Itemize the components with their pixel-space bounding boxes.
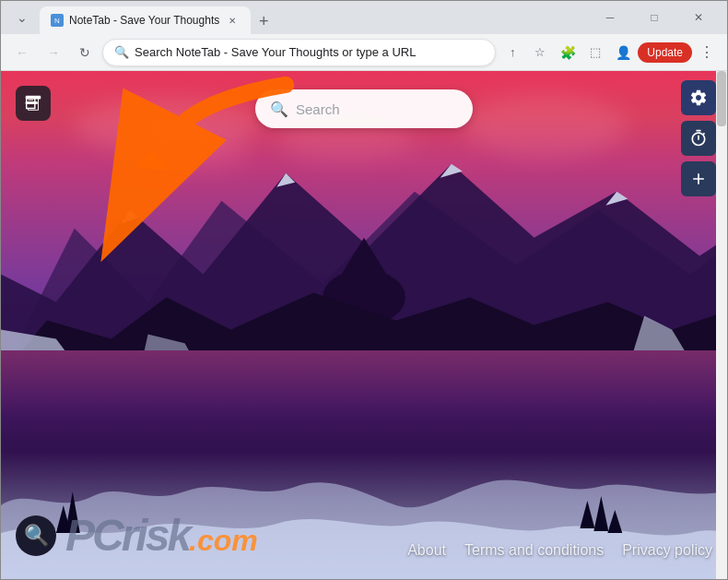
scrollbar[interactable] (716, 71, 727, 579)
refresh-button[interactable]: ↻ (71, 39, 99, 66)
tab-strip: N NoteTab - Save Your Thoughts ✕ + (40, 1, 585, 34)
new-tab-button[interactable]: + (251, 8, 276, 34)
tab-group-chevron[interactable]: ⌄ (8, 4, 36, 31)
share-button[interactable]: ↑ (499, 40, 525, 65)
gear-icon (689, 89, 708, 107)
search-placeholder-text: Search (296, 101, 340, 117)
address-text: Search NoteTab - Save Your Thoughts or t… (135, 45, 484, 59)
search-icon: 🔍 (270, 101, 288, 118)
pcrisk-logo-icon: 🔍 (16, 515, 56, 556)
navigation-bar: ← → ↻ 🔍 Search NoteTab - Save Your Thoug… (1, 34, 727, 71)
title-bar: ⌄ N NoteTab - Save Your Thoughts ✕ + ─ □ (1, 1, 727, 34)
clock-icon (689, 129, 708, 148)
address-bar[interactable]: 🔍 Search NoteTab - Save Your Thoughts or… (102, 39, 496, 66)
active-tab[interactable]: N NoteTab - Save Your Thoughts ✕ (40, 6, 251, 34)
notes-svg-icon (23, 93, 43, 113)
back-button[interactable]: ← (8, 39, 36, 66)
mountains-svg (1, 118, 727, 375)
tab-title: NoteTab - Save Your Thoughts (69, 14, 219, 27)
page-content: 🔍 Search (1, 71, 727, 579)
window-controls: ─ □ ✕ (589, 1, 720, 34)
timer-button[interactable] (681, 121, 716, 156)
pcrisk-text: PCrisk.com (65, 510, 258, 561)
about-link[interactable]: About (407, 542, 446, 559)
browser-menu-button[interactable]: ⋮ (694, 40, 720, 65)
search-bar[interactable]: 🔍 Search (255, 89, 473, 128)
profile-button[interactable]: 👤 (610, 40, 636, 65)
sidebar-button[interactable]: ⬚ (582, 40, 608, 65)
add-button[interactable] (681, 161, 716, 196)
tab-close-button[interactable]: ✕ (225, 13, 240, 28)
settings-button[interactable] (681, 80, 716, 115)
tab-favicon: N (51, 14, 64, 27)
footer-links: About Terms and conditions Privacy polic… (407, 542, 712, 559)
extensions-button[interactable]: 🧩 (555, 40, 581, 65)
plus-icon (689, 170, 708, 188)
close-button[interactable]: ✕ (677, 1, 720, 34)
bookmark-button[interactable]: ☆ (527, 40, 553, 65)
address-search-icon: 🔍 (114, 45, 129, 59)
maximize-button[interactable]: □ (633, 1, 675, 34)
scrollbar-thumb[interactable] (717, 71, 726, 126)
browser-window: ⌄ N NoteTab - Save Your Thoughts ✕ + ─ □ (0, 0, 728, 580)
minimize-button[interactable]: ─ (589, 1, 631, 34)
background-scene (1, 71, 727, 579)
pcrisk-watermark: 🔍 PCrisk.com (16, 510, 258, 561)
notes-icon-button[interactable] (16, 86, 51, 121)
nav-icons: ↑ ☆ 🧩 ⬚ 👤 Update ⋮ (499, 40, 720, 65)
right-panel (681, 80, 716, 196)
terms-link[interactable]: Terms and conditions (464, 542, 604, 559)
forward-button[interactable]: → (40, 39, 67, 66)
update-button[interactable]: Update (638, 42, 692, 63)
privacy-link[interactable]: Privacy policy (622, 542, 712, 559)
svg-rect-19 (26, 101, 38, 104)
